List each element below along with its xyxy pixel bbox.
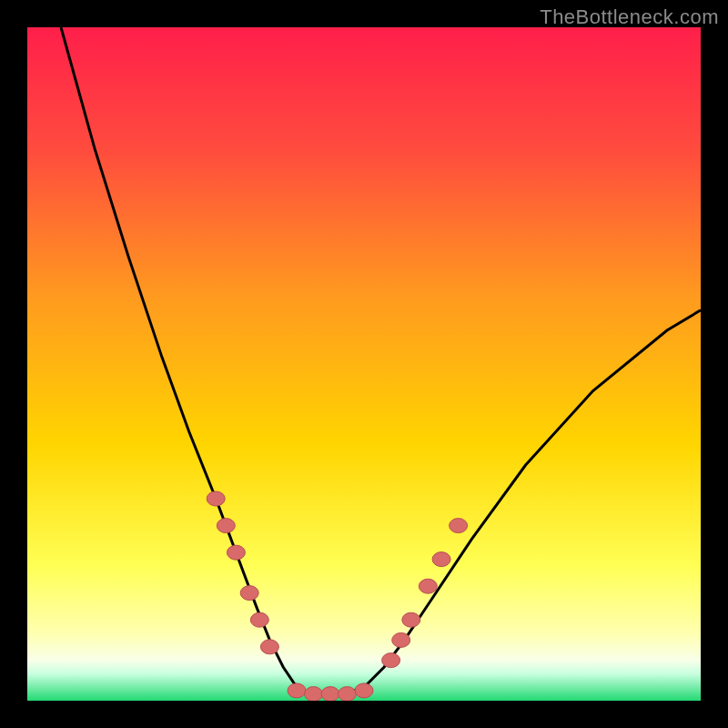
curve-marker [355,683,373,698]
curve-marker [382,653,400,668]
curve-marker [250,612,268,627]
curve-marker [260,640,278,654]
curve-marker [240,586,258,601]
curve-marker [432,552,450,567]
curve-marker [321,687,339,701]
curve-marker [402,612,420,627]
curve-marker [450,519,468,533]
chart-frame [27,27,701,701]
curve-marker [419,579,437,593]
gradient-background [27,27,701,701]
curve-marker [288,683,306,698]
curve-marker [392,632,410,647]
curve-marker [207,491,225,506]
curve-marker [305,687,323,701]
curve-marker [217,519,235,533]
curve-marker [227,545,245,560]
curve-marker [339,687,357,701]
bottleneck-chart [27,27,701,701]
watermark-text: TheBottleneck.com [540,5,719,29]
